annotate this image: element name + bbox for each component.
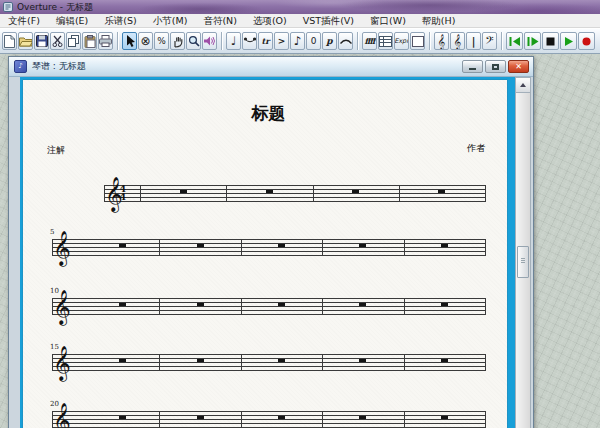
open-button[interactable] — [18, 32, 33, 50]
whole-rest — [180, 190, 187, 193]
menu-note[interactable]: 音符(N) — [195, 14, 245, 28]
barline — [159, 298, 160, 315]
cut-button[interactable] — [50, 32, 65, 50]
treble-clef: 𝄞 — [53, 346, 71, 379]
barline — [159, 239, 160, 256]
scrollbar-thumb[interactable] — [517, 246, 529, 278]
staff-system-5[interactable]: 20𝄞 — [23, 411, 505, 428]
staff-system-3[interactable]: 10𝄞 — [23, 298, 505, 315]
select-tool[interactable] — [122, 32, 137, 50]
scissors-icon — [52, 35, 63, 47]
text-box-tool[interactable] — [410, 32, 425, 50]
save-button[interactable] — [34, 32, 49, 50]
maximize-icon — [492, 64, 499, 70]
barline — [241, 239, 242, 256]
arrow-cursor-icon — [124, 34, 136, 48]
open-folder-icon — [19, 36, 32, 47]
barline — [485, 298, 486, 315]
stop-button[interactable] — [542, 32, 559, 50]
menu-vst-plugins[interactable]: VST插件(V) — [295, 14, 362, 28]
menu-edit[interactable]: 编辑(E) — [48, 14, 96, 28]
whole-rest — [278, 244, 285, 247]
step-forward-button[interactable] — [524, 32, 541, 50]
piano-dynamic-tool[interactable]: p — [322, 32, 337, 50]
zoom-tool[interactable] — [186, 32, 201, 50]
menu-file[interactable]: 文件(F) — [0, 14, 48, 28]
clef-tool[interactable]: 𝄞 — [450, 32, 465, 50]
close-button[interactable]: ✕ — [508, 60, 529, 73]
new-button[interactable] — [2, 32, 17, 50]
maximize-button[interactable] — [485, 60, 506, 73]
menu-score[interactable]: 乐谱(S) — [96, 14, 144, 28]
play-button[interactable] — [560, 32, 577, 50]
copy-button[interactable] — [66, 32, 81, 50]
staff-lines — [52, 239, 485, 256]
percent-tool[interactable]: % — [154, 32, 169, 50]
menu-options[interactable]: 选项(O) — [245, 14, 295, 28]
staff-system-1[interactable]: 𝄞44 — [23, 185, 505, 202]
hand-tool[interactable] — [170, 32, 185, 50]
menu-help[interactable]: 帮助(H) — [414, 14, 464, 28]
whole-rest — [441, 303, 448, 306]
whole-rest — [359, 416, 366, 419]
menu-window[interactable]: 窗口(W) — [362, 14, 414, 28]
eighth-note-icon: ♪ — [294, 35, 302, 47]
barline — [322, 298, 323, 315]
paste-button[interactable] — [82, 32, 97, 50]
score-window-titlebar[interactable]: ♪ 琴谱 : 无标题 ✕ — [9, 57, 533, 77]
bass-clef-tool[interactable]: 𝄢 — [482, 32, 497, 50]
toolbar-separator — [221, 32, 222, 50]
eraser-tool[interactable]: ⊗ — [138, 32, 153, 50]
staff-system-4[interactable]: 15𝄞 — [23, 354, 505, 371]
quarter-note-icon: ♩ — [231, 35, 237, 47]
step-forward-icon — [526, 36, 539, 47]
staff-system-2[interactable]: 5𝄞 — [23, 239, 505, 256]
record-icon — [581, 36, 592, 47]
note-tool[interactable]: ♩ — [226, 32, 241, 50]
tie-tool[interactable] — [242, 32, 257, 50]
speaker-tool[interactable] — [202, 32, 217, 50]
trill-tool[interactable]: tr — [258, 32, 273, 50]
staff-lines — [104, 185, 485, 202]
thumb-grip — [521, 258, 525, 263]
piano-label: p — [326, 36, 332, 46]
accent-tool[interactable]: > — [274, 32, 289, 50]
expression-tool[interactable]: Expr — [394, 32, 409, 50]
tie-icon — [243, 35, 256, 47]
barline — [241, 298, 242, 315]
barline — [485, 185, 486, 202]
zero-tool[interactable]: 0 — [306, 32, 321, 50]
grid-tool[interactable] — [378, 32, 393, 50]
slur-tool[interactable] — [338, 32, 353, 50]
treble-clef: 𝄞 — [53, 231, 71, 264]
whole-rest — [278, 303, 285, 306]
score-document-icon: ♪ — [14, 60, 27, 73]
grace-note-tool[interactable]: ♪ — [290, 32, 305, 50]
vertical-scrollbar[interactable] — [515, 77, 531, 428]
barline — [104, 185, 105, 202]
whole-rest — [441, 359, 448, 362]
slur-icon — [339, 36, 352, 46]
record-button[interactable] — [578, 32, 595, 50]
percent-label: % — [157, 36, 166, 46]
whole-rest — [438, 190, 445, 193]
dynamics-tool[interactable]: ffff — [362, 32, 377, 50]
scroll-up-button[interactable] — [516, 78, 530, 93]
menu-measure[interactable]: 小节(M) — [145, 14, 196, 28]
print-button[interactable] — [98, 32, 113, 50]
toolbar-separator — [357, 32, 358, 50]
minimize-icon — [469, 68, 476, 70]
minimize-button[interactable] — [462, 60, 483, 73]
barline-tool[interactable]: | — [466, 32, 481, 50]
treble-clef-tool[interactable]: 𝄞 — [434, 32, 449, 50]
skip-to-start-button[interactable] — [506, 32, 523, 50]
eraser-icon: ⊗ — [140, 35, 150, 47]
save-icon — [36, 35, 48, 47]
score-page: 标题 注解 作者 𝄞445𝄞10𝄞15𝄞20𝄞 — [23, 80, 507, 428]
window-title: Overture - 无标题 — [17, 1, 93, 14]
trill-label: tr — [262, 36, 270, 46]
barline — [399, 185, 400, 202]
whole-rest — [278, 416, 285, 419]
whole-rest — [119, 359, 126, 362]
window-titlebar[interactable]: Overture - 无标题 — [0, 0, 600, 14]
